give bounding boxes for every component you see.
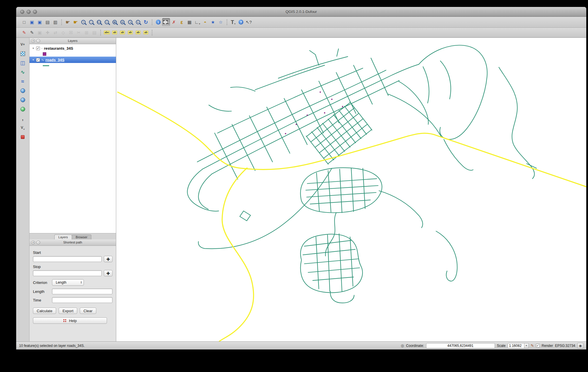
save-project-as-button[interactable]: ▣ (36, 18, 44, 26)
whats-this-button[interactable]: ↖? (245, 18, 253, 26)
capture-start-point-button[interactable]: ✚ (104, 256, 112, 262)
zoom-native-button[interactable]: 1:1 (95, 18, 103, 26)
layer-row-restaurants[interactable]: ▼ ✓ ◦ restaurants_34S (29, 45, 116, 51)
epsg-label: EPSG:32734 (555, 344, 575, 348)
move-feature-button[interactable]: ⇄ (51, 29, 59, 36)
map-tips-button[interactable]: ◓ (201, 18, 209, 26)
coordinate-input[interactable] (426, 343, 495, 348)
crs-status-button[interactable]: ◉ (577, 343, 583, 349)
move-label-button[interactable]: ab (126, 29, 134, 36)
close-panel-button[interactable]: × (31, 39, 35, 43)
capture-stop-point-button[interactable]: ✚ (104, 270, 112, 276)
remove-layer-button[interactable] (19, 133, 27, 141)
clear-button[interactable]: Clear (80, 308, 96, 314)
select-features-button[interactable]: ▾ (162, 18, 170, 26)
pin-labels-button[interactable]: ab (111, 29, 119, 36)
select-by-expression-button[interactable]: ε (178, 18, 186, 26)
roads-symbol-swatch[interactable] (43, 65, 49, 66)
refresh-map-button[interactable]: ↻ (142, 18, 150, 26)
show-bookmarks-button[interactable]: ☆ (217, 18, 225, 26)
highlight-labels-button[interactable]: ab (119, 29, 126, 36)
toolbar-separator (227, 19, 227, 25)
export-button[interactable]: Export (59, 308, 77, 314)
restaurants-symbol-swatch[interactable] (43, 52, 46, 56)
zoom-to-layer-button[interactable]: ▤ (119, 18, 126, 26)
layer-visibility-checkbox[interactable]: ✓ (36, 58, 40, 62)
new-bookmark-button[interactable]: ★ (209, 18, 217, 26)
copy-features-button[interactable]: ⊞ (83, 29, 90, 36)
labeling-button[interactable]: abc (103, 29, 111, 36)
zoom-last-button[interactable]: ◂ (126, 18, 134, 26)
float-panel-button[interactable]: ◦ (36, 39, 40, 43)
deselect-features-button[interactable]: ✗ (170, 18, 178, 26)
pan-map-button[interactable]: ☛ (64, 18, 72, 26)
cut-features-button[interactable]: ✂ (75, 29, 83, 36)
measure-button[interactable]: ∟▾ (193, 18, 201, 26)
add-feature-button[interactable]: ✚ (44, 29, 51, 36)
rotate-label-button[interactable]: ab (134, 29, 142, 36)
tab-layers[interactable]: Layers (54, 235, 72, 239)
minimize-window-button[interactable] (27, 10, 31, 14)
add-wcs-layer-button[interactable] (19, 96, 27, 104)
help-button[interactable]: ? (237, 18, 245, 26)
current-edits-button[interactable]: ✎ (20, 29, 28, 36)
map-canvas[interactable] (116, 38, 586, 341)
close-panel-button[interactable]: × (31, 241, 35, 244)
question-icon: ? (238, 20, 243, 25)
edit-scale-icon[interactable]: ✎ (531, 344, 534, 347)
add-postgis-layer-button[interactable]: ◫ (19, 59, 27, 67)
zoom-to-selection-button[interactable]: ▦ (111, 18, 119, 26)
toggle-editing-button[interactable]: ✎ (28, 29, 36, 36)
tab-browser[interactable]: Browser (72, 235, 91, 239)
add-wfs-layer-button[interactable] (19, 105, 27, 113)
paste-features-button[interactable]: ▤ (90, 29, 98, 36)
add-mssql-layer-button[interactable]: ≈ (19, 78, 27, 85)
delete-selected-button[interactable]: ☒ (67, 29, 75, 36)
title-bar[interactable]: QGIS 2.0.1-Dufour (16, 7, 586, 17)
render-checkbox[interactable]: ✓ (536, 344, 540, 347)
add-spatialite-layer-button[interactable]: ∿ (19, 68, 27, 76)
new-print-composer-button[interactable]: ▤ (44, 18, 51, 26)
save-edits-button[interactable]: ▣ (36, 29, 44, 36)
stop-input[interactable] (33, 270, 102, 276)
magnifier-icon: ▤ (120, 20, 125, 24)
pan-to-selection-button[interactable]: ☛ (72, 18, 79, 26)
criterion-select[interactable]: Length ▲▼ (52, 279, 84, 286)
raster-checker-icon (21, 51, 25, 56)
time-output[interactable] (52, 297, 112, 303)
close-window-button[interactable] (20, 10, 24, 14)
zoom-out-button[interactable]: − (87, 18, 95, 26)
layer-visibility-checkbox[interactable]: ✓ (36, 46, 40, 50)
zoom-in-button[interactable]: + (79, 18, 87, 26)
new-shapefile-layer-button[interactable]: V▾ (19, 124, 27, 131)
float-panel-button[interactable]: ◦ (36, 241, 40, 244)
expand-arrow-icon[interactable]: ▼ (32, 47, 35, 50)
layer-row-roads[interactable]: ▼ ✓ ∿ roads_34S (29, 57, 116, 63)
add-raster-layer-button[interactable] (19, 50, 27, 57)
magnifier-icon: ▭ (105, 20, 109, 24)
save-project-button[interactable]: ▣ (28, 18, 36, 26)
layer-tree: ▼ ✓ ◦ restaurants_34S ▼ ✓ ∿ roads_34S (29, 44, 116, 233)
add-wms-layer-button[interactable] (19, 87, 27, 94)
crosshair-icon: ✚ (106, 257, 110, 261)
expand-arrow-icon[interactable]: ▼ (32, 59, 35, 61)
shortest-path-help-button[interactable]: Help (33, 317, 107, 324)
add-delimited-text-layer-button[interactable]: , (19, 115, 27, 122)
attribute-table-button[interactable]: ▦ (186, 18, 193, 26)
length-output[interactable] (52, 289, 112, 294)
new-project-button[interactable]: □ (20, 18, 28, 26)
zoom-window-button[interactable] (33, 10, 37, 14)
node-tool-button[interactable]: ◇ (59, 29, 67, 36)
coordinate-icon[interactable]: ◎ (401, 344, 404, 347)
text-annotation-button[interactable]: T▾ (229, 18, 237, 26)
identify-button[interactable]: i (154, 18, 162, 26)
start-input[interactable] (33, 256, 102, 262)
composer-manager-button[interactable]: ▥ (51, 18, 59, 26)
scale-dropdown-button[interactable]: ▾ (524, 343, 529, 348)
calculate-button[interactable]: Calculate (33, 308, 56, 314)
zoom-next-button[interactable]: ▸ (134, 18, 142, 26)
change-label-button[interactable]: ab (142, 29, 150, 36)
zoom-full-button[interactable]: ▭ (103, 18, 111, 26)
add-vector-layer-button[interactable]: V+ (19, 41, 27, 48)
scale-input[interactable] (508, 343, 524, 348)
